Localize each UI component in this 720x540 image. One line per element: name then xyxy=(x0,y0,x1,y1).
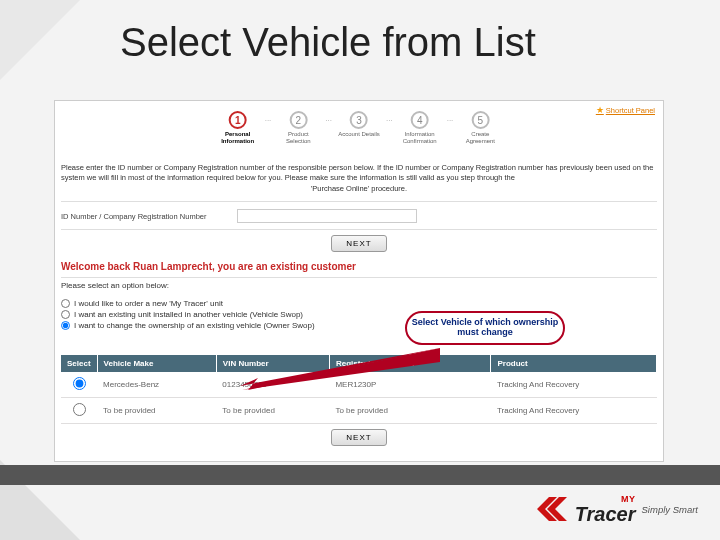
step-1: 1 Personal Information xyxy=(215,111,261,144)
callout-bubble: Select Vehicle of which ownership must c… xyxy=(405,311,565,345)
option-radio-2[interactable] xyxy=(61,321,70,330)
callout-arrow xyxy=(240,348,440,390)
logo-tagline: Simply Smart xyxy=(642,504,698,515)
th-make: Vehicle Make xyxy=(97,355,216,372)
cell-make-1: To be provided xyxy=(97,398,216,424)
option-vehicle-swop[interactable]: I want an existing unit installed in ano… xyxy=(61,310,315,319)
brand-logo: MY Tracer Simply Smart xyxy=(535,492,698,526)
step-4: 4 Information Confirmation xyxy=(397,111,443,144)
row-select-0[interactable] xyxy=(73,377,86,390)
instruction-line1: Please enter the ID number or Company Re… xyxy=(61,163,653,182)
step-3: 3 Account Details xyxy=(336,111,382,138)
divider xyxy=(61,277,657,278)
logo-brand: Tracer xyxy=(575,504,636,524)
cell-product-1: Tracking And Recovery xyxy=(491,398,657,424)
option-owner-swop[interactable]: I want to change the ownership of an exi… xyxy=(61,321,315,330)
option-radio-1[interactable] xyxy=(61,310,70,319)
th-product: Product xyxy=(491,355,657,372)
footer-bar xyxy=(0,465,720,485)
cell-vin-1: To be provided xyxy=(216,398,329,424)
step-dots: ··· xyxy=(447,111,454,129)
th-select: Select xyxy=(61,355,97,372)
step-dots: ··· xyxy=(386,111,393,129)
step-3-circle: 3 xyxy=(350,111,368,129)
select-prompt: Please select an option below: xyxy=(61,281,169,290)
slide-title: Select Vehicle from List xyxy=(120,20,536,65)
step-5: 5 Create Agreement xyxy=(457,111,503,144)
option-label-1: I want an existing unit installed in ano… xyxy=(74,310,303,319)
cell-make-0: Mercedes-Benz xyxy=(97,372,216,398)
welcome-message: Welcome back Ruan Lamprecht, you are an … xyxy=(61,261,356,272)
row-select-1[interactable] xyxy=(73,403,86,416)
shortcut-label: Shortcut Panel xyxy=(606,106,655,115)
shortcut-panel-link[interactable]: ★ Shortcut Panel xyxy=(596,105,655,115)
tracer-chevron-icon xyxy=(535,492,569,526)
app-panel: ★ Shortcut Panel 1 Personal Information … xyxy=(54,100,664,462)
id-number-label: ID Number / Company Registration Number xyxy=(61,212,206,221)
cell-reg-1: To be provided xyxy=(329,398,491,424)
table-row[interactable]: To be provided To be provided To be prov… xyxy=(61,398,657,424)
option-label-2: I want to change the ownership of an exi… xyxy=(74,321,315,330)
option-label-0: I would like to order a new 'My Tracer' … xyxy=(74,299,223,308)
corner-decoration-tl xyxy=(0,0,80,80)
step-4-circle: 4 xyxy=(411,111,429,129)
step-dots: ··· xyxy=(265,111,272,129)
step-5-label: Create Agreement xyxy=(457,131,503,144)
id-number-row: ID Number / Company Registration Number xyxy=(61,209,657,223)
step-2-label: Product Selection xyxy=(275,131,321,144)
cell-product-0: Tracking And Recovery xyxy=(491,372,657,398)
step-1-label: Personal Information xyxy=(215,131,261,144)
step-1-circle: 1 xyxy=(229,111,247,129)
step-3-label: Account Details xyxy=(338,131,380,138)
next-button-top[interactable]: NEXT xyxy=(331,235,386,252)
next-button-bottom[interactable]: NEXT xyxy=(331,429,386,446)
step-4-label: Information Confirmation xyxy=(397,131,443,144)
step-5-circle: 5 xyxy=(471,111,489,129)
option-list: I would like to order a new 'My Tracer' … xyxy=(61,297,315,332)
option-radio-0[interactable] xyxy=(61,299,70,308)
instruction-line2: 'Purchase Online' procedure. xyxy=(61,184,657,194)
divider xyxy=(61,201,657,202)
step-dots: ··· xyxy=(325,111,332,129)
step-2-circle: 2 xyxy=(289,111,307,129)
id-number-input[interactable] xyxy=(237,209,417,223)
step-2: 2 Product Selection xyxy=(275,111,321,144)
divider xyxy=(61,229,657,230)
callout-text: Select Vehicle of which ownership must c… xyxy=(407,318,563,338)
option-new-unit[interactable]: I would like to order a new 'My Tracer' … xyxy=(61,299,315,308)
progress-stepper: 1 Personal Information ··· 2 Product Sel… xyxy=(215,111,504,144)
instruction-text: Please enter the ID number or Company Re… xyxy=(61,163,657,193)
star-icon: ★ xyxy=(596,105,604,115)
